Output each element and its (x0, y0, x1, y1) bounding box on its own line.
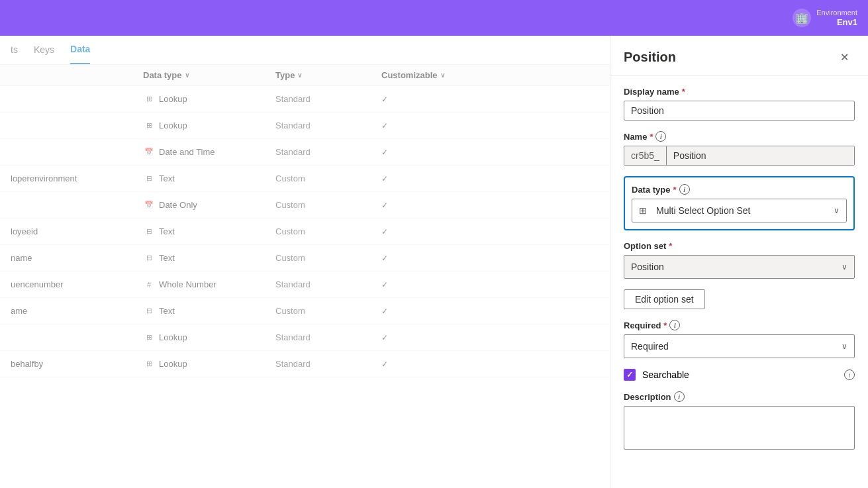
environment-text: Environment Env1 (816, 9, 857, 28)
required-select[interactable]: Required ∨ (624, 334, 855, 358)
cell-type: Custom (275, 253, 381, 263)
environment-label: Environment (816, 9, 857, 17)
lookup-icon: ⊞ (143, 93, 155, 105)
cell-datatype: ⊞ Lookup (143, 358, 275, 370)
cell-datatype: ⊞ Lookup (143, 332, 275, 344)
description-field: Description i (624, 391, 855, 450)
edit-option-set-button[interactable]: Edit option set (624, 289, 705, 309)
data-type-select[interactable]: ⊞ Multi Select Option Set ∨ (632, 199, 847, 222)
cell-type: Custom (275, 200, 381, 210)
cell-customizable: ✓ (381, 173, 474, 183)
panel-body: Display name * Name * i cr5b5_ Position (610, 76, 868, 460)
text-icon: ⊟ (143, 305, 155, 317)
chevron-down-icon: ∨ (834, 206, 840, 215)
table-body: ⊞ Lookup Standard ✓ ⊞ Lookup Standard ✓ … (0, 86, 610, 377)
tab-keys[interactable]: Keys (34, 36, 54, 64)
dateonly-icon: 📅 (143, 199, 155, 211)
table-row[interactable]: ⊞ Lookup Standard ✓ (0, 113, 610, 139)
table-header: Data type ∨ Type ∨ Customizable ∨ (0, 65, 610, 86)
required-field: Required * i Required ∨ (624, 320, 855, 358)
table-row[interactable]: behalfby ⊞ Lookup Standard ✓ (0, 351, 610, 377)
option-set-label: Option set * (624, 241, 855, 251)
col-header-type[interactable]: Type ∨ (275, 70, 381, 80)
environment-info: 🏢 Environment Env1 (793, 9, 857, 28)
info-icon[interactable]: i (679, 184, 690, 195)
chevron-down-icon: ∨ (842, 262, 847, 271)
table-row[interactable]: ⊞ Lookup Standard ✓ (0, 324, 610, 351)
cell-datatype: ⊞ Lookup (143, 120, 275, 132)
data-type-field: Data type * i ⊞ Multi Select Option Set … (624, 176, 855, 230)
cell-datatype: 📅 Date and Time (143, 146, 275, 158)
cell-type: Standard (275, 359, 381, 369)
cell-customizable: ✓ (381, 306, 474, 316)
option-set-select[interactable]: Position ∨ (624, 255, 855, 279)
cell-customizable: ✓ (381, 279, 474, 289)
required-label: Required * i (624, 320, 855, 330)
text-icon: ⊟ (143, 173, 155, 185)
cell-datatype: 📅 Date Only (143, 199, 275, 211)
display-name-label: Display name * (624, 87, 855, 97)
lookup-icon: ⊞ (143, 120, 155, 132)
table-row[interactable]: 📅 Date Only Custom ✓ (0, 192, 610, 219)
left-panel: ts Keys Data Data type ∨ Type ∨ (0, 36, 610, 488)
chevron-down-icon: ∨ (440, 72, 445, 79)
cell-name: loyeeid (11, 226, 143, 236)
col-header-datatype[interactable]: Data type ∨ (143, 70, 275, 80)
cell-type: Custom (275, 226, 381, 236)
close-icon: ✕ (840, 51, 849, 64)
table-row[interactable]: loperenvironment ⊟ Text Custom ✓ (0, 166, 610, 192)
option-set-value: Position (631, 262, 664, 272)
cell-type: Standard (275, 94, 381, 104)
cell-customizable: ✓ (381, 94, 474, 104)
cell-datatype: ⊟ Text (143, 173, 275, 185)
text-icon: ⊟ (143, 226, 155, 238)
lookup-icon: ⊞ (143, 358, 155, 370)
table-row[interactable]: loyeeid ⊟ Text Custom ✓ (0, 219, 610, 245)
chevron-down-icon: ∨ (842, 342, 847, 351)
name-prefix: cr5b5_ (624, 146, 667, 165)
cell-customizable: ✓ (381, 121, 474, 130)
chevron-down-icon: ∨ (185, 72, 189, 79)
info-icon[interactable]: i (844, 369, 855, 380)
required-indicator: * (663, 320, 667, 330)
tab-data[interactable]: Data (70, 36, 90, 64)
cell-type: Standard (275, 332, 381, 342)
text-icon: ⊟ (143, 252, 155, 264)
cell-customizable: ✓ (381, 200, 474, 210)
cell-type: Custom (275, 306, 381, 316)
checkmark-icon: ✓ (626, 370, 633, 379)
cell-type: Standard (275, 279, 381, 289)
close-button[interactable]: ✕ (834, 46, 855, 68)
edit-option-set-container: Edit option set (624, 289, 855, 309)
tab-ts[interactable]: ts (11, 36, 18, 64)
display-name-input[interactable] (624, 101, 855, 121)
description-input[interactable] (624, 406, 855, 450)
cell-type: Standard (275, 147, 381, 157)
required-indicator: * (669, 241, 672, 251)
table-row[interactable]: name ⊟ Text Custom ✓ (0, 245, 610, 271)
cell-datatype: ⊟ Text (143, 252, 275, 264)
cell-customizable: ✓ (381, 359, 474, 369)
info-icon[interactable]: i (674, 391, 685, 402)
col-header-customizable[interactable]: Customizable ∨ (381, 70, 474, 80)
name-value: Position (667, 146, 854, 165)
cell-name: uencenumber (11, 279, 143, 289)
required-indicator: * (682, 87, 685, 97)
info-icon[interactable]: i (669, 320, 680, 330)
table-row[interactable]: 📅 Date and Time Standard ✓ (0, 139, 610, 166)
table-row[interactable]: ⊞ Lookup Standard ✓ (0, 86, 610, 113)
table-row[interactable]: uencenumber # Whole Number Standard ✓ (0, 271, 610, 298)
searchable-label: Searchable (642, 369, 689, 380)
required-indicator: * (650, 132, 653, 142)
info-icon[interactable]: i (655, 131, 666, 142)
datetime-icon: 📅 (143, 146, 155, 158)
environment-icon: 🏢 (793, 9, 811, 27)
name-field-group: cr5b5_ Position (624, 146, 855, 166)
table-row[interactable]: ame ⊟ Text Custom ✓ (0, 298, 610, 324)
chevron-down-icon: ∨ (297, 72, 302, 79)
cell-datatype: # Whole Number (143, 279, 275, 291)
wholenumber-icon: # (143, 279, 155, 291)
cell-name: ame (11, 306, 143, 316)
searchable-checkbox[interactable]: ✓ (624, 369, 636, 381)
cell-customizable: ✓ (381, 226, 474, 236)
